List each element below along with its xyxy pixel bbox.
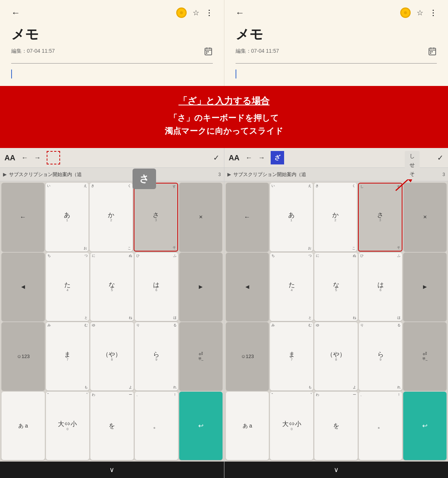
right-key-ma-main: ま <box>289 351 295 358</box>
left-toolbar-undo[interactable]: ← <box>21 154 28 162</box>
right-key-ra-num: 9 <box>380 358 382 361</box>
left-key-a-toggle[interactable]: あ a <box>1 392 45 460</box>
left-key-ta-to: と <box>84 315 88 320</box>
left-pin-icon[interactable]: ☆ <box>193 8 199 17</box>
left-key-ka-ke: く <box>128 184 131 188</box>
left-key-na-ni: に <box>92 253 95 258</box>
right-key-na-main: な <box>333 282 339 288</box>
right-pin-icon[interactable]: ☆ <box>417 8 423 17</box>
left-toolbar-check[interactable]: ✓ <box>213 153 220 162</box>
right-key-backspace[interactable]: ← <box>226 183 269 251</box>
right-toolbar-check[interactable]: ✓ <box>437 153 444 162</box>
right-key-newline[interactable]: ⏎ 半_ <box>403 322 447 391</box>
left-key-na[interactable]: に ぬ な ね 5 <box>90 253 134 321</box>
right-key-ya-num: 8 <box>335 358 337 361</box>
left-key-left-label: ◄ <box>20 284 27 290</box>
right-toolbar-undo[interactable]: ← <box>245 154 252 162</box>
left-key-ma[interactable]: み む ま も 7 <box>46 322 89 391</box>
left-suggestion-bar[interactable]: ▶ サブスクリプション開始案内（追 3 <box>0 168 224 181</box>
right-key-wa[interactable]: わ ー を <box>314 392 358 460</box>
right-key-dakuten-num: 0 <box>291 427 293 431</box>
right-key-delete[interactable]: × <box>404 183 447 251</box>
left-key-ta[interactable]: ち つ た と 4 <box>46 253 89 321</box>
instruction-banner: 「ざ」と入力する場合 「さ」のキーボードを押して 濁点マークに向かってスライド <box>0 86 448 148</box>
left-key-enter[interactable]: ↩ <box>179 392 223 460</box>
right-key-a[interactable]: い え あ お 1 <box>270 183 313 251</box>
left-key-newline[interactable]: ⏎ 半_ <box>179 322 223 391</box>
right-header: ← ☆ ⋮ <box>236 7 437 18</box>
left-key-dakuten[interactable]: " ° 大⇔小 0 <box>46 392 89 460</box>
right-menu-icon[interactable]: ⋮ <box>429 8 437 17</box>
right-key-ma[interactable]: み む ま も 7 <box>270 322 313 391</box>
right-back-arrow[interactable]: ← <box>236 7 245 18</box>
left-key-emoji[interactable]: ☺123 <box>1 322 45 391</box>
right-key-period[interactable]: 、 ！ 。 <box>359 392 402 460</box>
left-back-arrow[interactable]: ← <box>11 7 20 18</box>
left-nav-chevron[interactable]: ∨ <box>109 466 114 474</box>
right-key-dakuten[interactable]: " ° 大⇔小 0 <box>270 392 313 460</box>
right-key-sa[interactable]: し す さ そ 3 <box>358 183 402 251</box>
right-popup-shi: し <box>405 152 420 161</box>
left-key-period[interactable]: 、 ！ 。 <box>135 392 178 460</box>
left-key-ka-ki: き <box>91 184 94 188</box>
right-key-ra[interactable]: り る ら れ 9 <box>359 322 402 391</box>
left-divider <box>11 63 213 64</box>
right-key-na[interactable]: に ぬ な ね 5 <box>314 253 358 321</box>
left-key-delete[interactable]: × <box>179 183 222 251</box>
svg-rect-4 <box>206 51 207 52</box>
left-key-sa-so: そ <box>172 245 176 250</box>
left-key-right[interactable]: ► <box>179 253 223 321</box>
left-toolbar-dashed-box[interactable] <box>47 151 60 164</box>
right-nav-chevron[interactable]: ∨ <box>334 466 339 474</box>
left-toolbar-redo[interactable]: → <box>34 154 41 162</box>
left-menu-icon[interactable]: ⋮ <box>205 8 213 17</box>
right-key-ka-ke: く <box>352 184 355 188</box>
left-key-wa[interactable]: わ ー を <box>90 392 134 460</box>
left-key-sa[interactable]: し す さ そ 3 <box>134 183 178 251</box>
left-key-wa-main: を <box>109 423 115 429</box>
right-key-ta-num: 4 <box>291 288 293 292</box>
right-key-a-toggle[interactable]: あ a <box>226 392 269 460</box>
right-circle-inner <box>404 11 407 14</box>
left-phone-panel: ← ☆ ⋮ メモ 編集：07-04 11:57 <box>0 0 224 86</box>
left-key-left[interactable]: ◄ <box>1 253 45 321</box>
right-memo-title: メモ <box>236 25 437 44</box>
right-key-newline-label: ⏎ <box>423 351 427 357</box>
right-key-ra-ri: り <box>360 323 364 328</box>
left-key-backspace[interactable]: ← <box>1 183 44 251</box>
right-key-right[interactable]: ► <box>403 253 447 321</box>
right-key-ka[interactable]: き く か こ 2 <box>314 183 357 251</box>
left-toolbar-aa[interactable]: AA <box>4 154 15 162</box>
left-key-ya[interactable]: ゆ （や） よ 8 <box>90 322 134 391</box>
right-toolbar-za-box[interactable]: ざ <box>271 151 284 164</box>
bottom-section: AA ← → ✓ さ ▶ サブスクリプション開始案内（追 3 ← い <box>0 148 448 478</box>
left-key-a[interactable]: い え あ お 1 <box>46 183 88 251</box>
right-toolbar-za-label: ざ <box>274 154 280 162</box>
left-key-row-4: あ a " ° 大⇔小 0 わ ー を 、 ！ 。 <box>1 392 223 460</box>
left-key-ha-hu: ふ <box>173 253 177 258</box>
right-key-enter[interactable]: ↩ <box>403 392 447 460</box>
left-key-ta-te: つ <box>84 253 88 258</box>
left-key-dakuten-maru: ° <box>86 392 88 396</box>
left-key-ra[interactable]: り る ら れ 9 <box>135 322 178 391</box>
left-key-sa-su: す <box>172 184 176 189</box>
left-key-wa-dash: ー <box>129 392 132 397</box>
right-key-ta-to: と <box>308 315 312 320</box>
right-key-sa-main: さ <box>377 212 383 218</box>
right-key-row-1: ← い え あ お 1 き く か こ 2 し す <box>226 183 447 251</box>
right-toolbar-redo[interactable]: → <box>258 154 265 162</box>
right-key-ya[interactable]: ゆ （や） よ 8 <box>314 322 358 391</box>
right-key-left[interactable]: ◄ <box>226 253 269 321</box>
banner-body-line2: 濁点マークに向かってスライド <box>165 126 283 136</box>
right-key-ha[interactable]: ひ ふ は ほ 6 <box>359 253 402 321</box>
left-key-ha[interactable]: ひ ふ は ほ 6 <box>135 253 178 321</box>
right-toolbar-aa[interactable]: AA <box>229 154 240 162</box>
right-key-ta[interactable]: ち つ た と 4 <box>270 253 313 321</box>
right-key-sa-shi: し <box>360 184 364 189</box>
left-edit-text: 編集：07-04 11:57 <box>11 48 55 55</box>
right-key-period-comma: 、 <box>360 392 364 397</box>
right-key-dakuten-maru: ° <box>311 392 312 396</box>
left-key-ka[interactable]: き く か こ 2 <box>90 183 133 251</box>
left-key-ra-main: ら <box>153 351 159 358</box>
right-key-emoji[interactable]: ☺123 <box>226 322 269 391</box>
